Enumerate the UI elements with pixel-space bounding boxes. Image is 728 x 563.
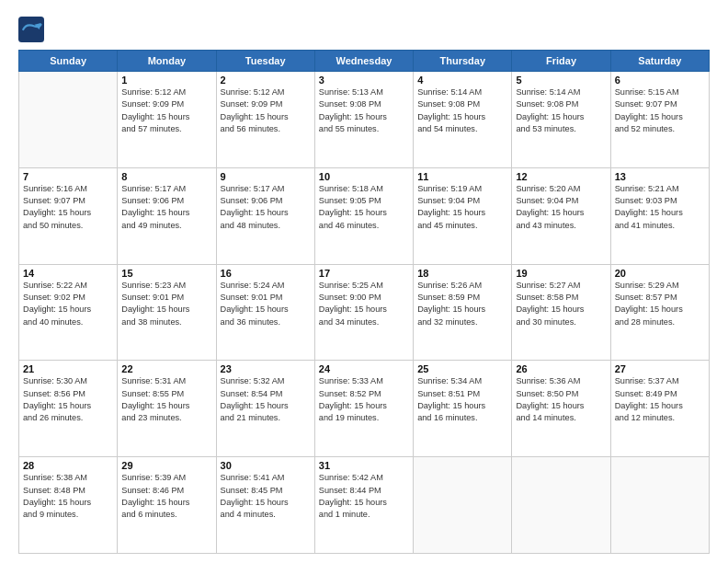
calendar-week-row: 21Sunrise: 5:30 AMSunset: 8:56 PMDayligh… [19,361,710,457]
day-info: Sunrise: 5:21 AMSunset: 9:03 PMDaylight:… [615,183,705,232]
calendar-day-header: Thursday [414,51,512,72]
calendar-cell: 26Sunrise: 5:36 AMSunset: 8:50 PMDayligh… [512,361,610,457]
calendar-week-row: 14Sunrise: 5:22 AMSunset: 9:02 PMDayligh… [19,264,710,361]
calendar-week-row: 28Sunrise: 5:38 AMSunset: 8:48 PMDayligh… [19,457,710,554]
day-number: 7 [23,171,113,182]
calendar-cell: 20Sunrise: 5:29 AMSunset: 8:57 PMDayligh… [610,264,709,361]
calendar-week-row: 7Sunrise: 5:16 AMSunset: 9:07 PMDaylight… [19,167,710,264]
day-number: 5 [516,75,606,86]
calendar-cell [414,457,512,554]
calendar-cell: 19Sunrise: 5:27 AMSunset: 8:58 PMDayligh… [512,264,610,361]
calendar-cell [610,457,709,554]
calendar-cell: 5Sunrise: 5:14 AMSunset: 9:08 PMDaylight… [512,72,610,168]
logo [18,17,48,42]
calendar-cell: 30Sunrise: 5:41 AMSunset: 8:45 PMDayligh… [216,457,314,554]
calendar-cell: 6Sunrise: 5:15 AMSunset: 9:07 PMDaylight… [610,72,709,168]
calendar-cell: 16Sunrise: 5:24 AMSunset: 9:01 PMDayligh… [216,264,314,361]
calendar-table: SundayMondayTuesdayWednesdayThursdayFrid… [18,50,710,554]
day-number: 15 [121,268,211,279]
calendar-cell: 18Sunrise: 5:26 AMSunset: 8:59 PMDayligh… [414,264,512,361]
day-info: Sunrise: 5:42 AMSunset: 8:44 PMDaylight:… [319,472,409,521]
calendar-cell: 28Sunrise: 5:38 AMSunset: 8:48 PMDayligh… [19,457,118,554]
day-number: 29 [121,460,211,471]
day-info: Sunrise: 5:27 AMSunset: 8:58 PMDaylight:… [516,280,606,328]
calendar-cell: 23Sunrise: 5:32 AMSunset: 8:54 PMDayligh… [216,361,314,457]
day-number: 26 [516,363,606,374]
day-info: Sunrise: 5:34 AMSunset: 8:51 PMDaylight:… [417,375,507,424]
day-number: 11 [417,171,507,182]
day-info: Sunrise: 5:39 AMSunset: 8:46 PMDaylight:… [121,472,211,521]
calendar-cell: 22Sunrise: 5:31 AMSunset: 8:55 PMDayligh… [118,361,216,457]
day-number: 20 [615,268,705,279]
day-number: 3 [319,75,409,86]
day-info: Sunrise: 5:32 AMSunset: 8:54 PMDaylight:… [221,375,311,424]
calendar-cell: 21Sunrise: 5:30 AMSunset: 8:56 PMDayligh… [19,361,118,457]
calendar-cell: 25Sunrise: 5:34 AMSunset: 8:51 PMDayligh… [414,361,512,457]
calendar-cell: 24Sunrise: 5:33 AMSunset: 8:52 PMDayligh… [314,361,413,457]
day-info: Sunrise: 5:37 AMSunset: 8:49 PMDaylight:… [615,375,705,424]
calendar-cell [19,72,118,168]
day-info: Sunrise: 5:29 AMSunset: 8:57 PMDaylight:… [615,280,705,328]
day-number: 30 [221,460,311,471]
day-info: Sunrise: 5:36 AMSunset: 8:50 PMDaylight:… [516,375,606,424]
calendar-day-header: Tuesday [216,51,314,72]
day-info: Sunrise: 5:25 AMSunset: 9:00 PMDaylight:… [319,280,409,328]
day-number: 2 [221,75,311,86]
calendar-cell: 7Sunrise: 5:16 AMSunset: 9:07 PMDaylight… [19,167,118,264]
header [18,17,710,42]
calendar-cell: 11Sunrise: 5:19 AMSunset: 9:04 PMDayligh… [414,167,512,264]
calendar-cell: 2Sunrise: 5:12 AMSunset: 9:09 PMDaylight… [216,72,314,168]
day-info: Sunrise: 5:22 AMSunset: 9:02 PMDaylight:… [23,280,113,328]
day-info: Sunrise: 5:14 AMSunset: 9:08 PMDaylight:… [417,86,507,135]
day-number: 13 [615,171,705,182]
day-info: Sunrise: 5:23 AMSunset: 9:01 PMDaylight:… [121,280,211,328]
day-info: Sunrise: 5:16 AMSunset: 9:07 PMDaylight:… [23,183,113,232]
day-info: Sunrise: 5:12 AMSunset: 9:09 PMDaylight:… [121,86,211,135]
day-info: Sunrise: 5:18 AMSunset: 9:05 PMDaylight:… [319,183,409,232]
day-number: 19 [516,268,606,279]
calendar-cell: 31Sunrise: 5:42 AMSunset: 8:44 PMDayligh… [314,457,413,554]
page: SundayMondayTuesdayWednesdayThursdayFrid… [0,0,728,563]
day-number: 27 [615,363,705,374]
day-number: 9 [221,171,311,182]
calendar-cell: 3Sunrise: 5:13 AMSunset: 9:08 PMDaylight… [314,72,413,168]
day-number: 4 [417,75,507,86]
day-number: 8 [121,171,211,182]
day-number: 1 [121,75,211,86]
day-info: Sunrise: 5:13 AMSunset: 9:08 PMDaylight:… [319,86,409,135]
day-info: Sunrise: 5:41 AMSunset: 8:45 PMDaylight:… [221,472,311,521]
calendar-day-header: Friday [512,51,610,72]
day-info: Sunrise: 5:12 AMSunset: 9:09 PMDaylight:… [221,86,311,135]
day-info: Sunrise: 5:20 AMSunset: 9:04 PMDaylight:… [516,183,606,232]
day-info: Sunrise: 5:33 AMSunset: 8:52 PMDaylight:… [319,375,409,424]
day-number: 21 [23,363,113,374]
logo-icon [18,17,44,42]
calendar-cell: 4Sunrise: 5:14 AMSunset: 9:08 PMDaylight… [414,72,512,168]
calendar-cell: 12Sunrise: 5:20 AMSunset: 9:04 PMDayligh… [512,167,610,264]
day-number: 28 [23,460,113,471]
calendar-cell: 29Sunrise: 5:39 AMSunset: 8:46 PMDayligh… [118,457,216,554]
day-number: 16 [221,268,311,279]
day-info: Sunrise: 5:38 AMSunset: 8:48 PMDaylight:… [23,472,113,521]
calendar-day-header: Saturday [610,51,709,72]
day-number: 10 [319,171,409,182]
day-number: 17 [319,268,409,279]
day-info: Sunrise: 5:14 AMSunset: 9:08 PMDaylight:… [516,86,606,135]
day-info: Sunrise: 5:15 AMSunset: 9:07 PMDaylight:… [615,86,705,135]
day-number: 23 [221,363,311,374]
day-number: 22 [121,363,211,374]
calendar-day-header: Monday [118,51,216,72]
calendar-cell: 14Sunrise: 5:22 AMSunset: 9:02 PMDayligh… [19,264,118,361]
calendar-cell: 10Sunrise: 5:18 AMSunset: 9:05 PMDayligh… [314,167,413,264]
day-info: Sunrise: 5:30 AMSunset: 8:56 PMDaylight:… [23,375,113,424]
calendar-cell: 1Sunrise: 5:12 AMSunset: 9:09 PMDaylight… [118,72,216,168]
day-info: Sunrise: 5:17 AMSunset: 9:06 PMDaylight:… [121,183,211,232]
calendar-cell: 27Sunrise: 5:37 AMSunset: 8:49 PMDayligh… [610,361,709,457]
day-number: 24 [319,363,409,374]
day-info: Sunrise: 5:24 AMSunset: 9:01 PMDaylight:… [221,280,311,328]
calendar-cell: 8Sunrise: 5:17 AMSunset: 9:06 PMDaylight… [118,167,216,264]
day-number: 18 [417,268,507,279]
calendar-cell: 9Sunrise: 5:17 AMSunset: 9:06 PMDaylight… [216,167,314,264]
calendar-day-header: Wednesday [314,51,413,72]
day-info: Sunrise: 5:31 AMSunset: 8:55 PMDaylight:… [121,375,211,424]
